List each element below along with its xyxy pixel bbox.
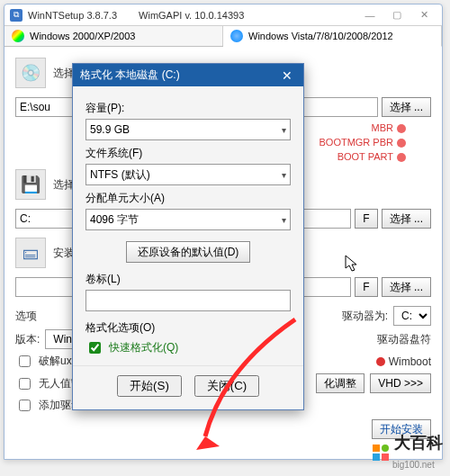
dialog-titlebar: 格式化 本地磁盘 (C:) ✕: [73, 64, 303, 86]
volume-label-input[interactable]: [86, 290, 291, 311]
wimgapi-version: WimGAPI v. 10.0.14393: [139, 10, 244, 21]
tab-label: Windows 2000/XP/2003: [30, 31, 135, 41]
allocation-unit-select[interactable]: 4096 字节 ▾: [86, 209, 291, 230]
format-button-2[interactable]: F: [355, 277, 377, 297]
installdrive-select-button[interactable]: 选择 ...: [382, 277, 431, 297]
bootdrive-select-button[interactable]: 选择 ...: [382, 209, 431, 229]
chevron-down-icon: ▾: [282, 125, 286, 135]
dialog-close-button[interactable]: ✕: [278, 68, 296, 83]
allocation-unit-label: 分配单元大小(A): [86, 191, 291, 206]
minimize-button[interactable]: —: [357, 8, 382, 22]
titlebar: ⧉ WinNTSetup 3.8.7.3 WimGAPI v. 10.0.143…: [4, 4, 442, 26]
driver-map-label: 驱动器为:: [342, 309, 388, 324]
floppy-icon: 💾: [15, 169, 46, 200]
chevron-down-icon: ▾: [282, 215, 286, 225]
restore-defaults-button[interactable]: 还原设备的默认值(D): [126, 241, 251, 263]
tab-win-vista-7-8-10[interactable]: Windows Vista/7/8/10/2008/2012: [223, 26, 442, 47]
windows-xp-flag-icon: [12, 30, 24, 42]
led-icon: [397, 153, 406, 162]
led-icon: [397, 139, 406, 148]
hdd-icon: 🖴: [15, 238, 46, 268]
vhd-button[interactable]: VHD >>>: [370, 373, 431, 393]
format-dialog: 格式化 本地磁盘 (C:) ✕ 容量(P): 59.9 GB ▾ 文件系统(F)…: [72, 63, 304, 410]
status-bootpart: BOOT PART: [338, 151, 393, 162]
close-window-button[interactable]: ✕: [411, 8, 436, 22]
wimboot-led-icon: [376, 357, 385, 366]
driver-disk-label: 驱动器盘符: [377, 332, 431, 347]
driver-letter-select[interactable]: C:: [393, 306, 431, 326]
wimboot-label: Wimboot: [389, 355, 431, 368]
cd-box-icon: 💿: [15, 58, 46, 88]
source-select-button[interactable]: 选择 ...: [382, 97, 431, 117]
filesystem-label: 文件系统(F): [86, 146, 291, 161]
add-driver-checkbox[interactable]: [19, 400, 31, 411]
chevron-down-icon: ▾: [282, 170, 286, 180]
tab-label: Windows Vista/7/8/10/2008/2012: [248, 31, 393, 41]
unattended-checkbox[interactable]: [19, 378, 31, 390]
format-options-label: 格式化选项(O): [86, 320, 291, 336]
quick-format-checkbox[interactable]: [89, 342, 101, 354]
maximize-button[interactable]: ▢: [384, 8, 410, 22]
crack-uxtheme-checkbox[interactable]: [19, 355, 31, 367]
watermark-name: 大百科: [394, 434, 443, 452]
filesystem-value: NTFS (默认): [90, 167, 150, 183]
close-dialog-button[interactable]: 关闭(C): [194, 375, 259, 397]
app-title: WinNTSetup 3.8.7.3: [28, 10, 117, 21]
volume-label-caption: 卷标(L): [86, 272, 291, 287]
quick-format-label: 快速格式化(Q): [109, 340, 178, 355]
start-format-button[interactable]: 开始(S): [117, 375, 182, 397]
version-label: 版本:: [15, 332, 40, 347]
tab-win2000-xp-2003[interactable]: Windows 2000/XP/2003: [4, 26, 223, 46]
allocation-unit-value: 4096 字节: [90, 212, 139, 228]
tuning-button[interactable]: 化调整: [316, 373, 364, 393]
capacity-select[interactable]: 59.9 GB ▾: [86, 119, 291, 140]
capacity-label: 容量(P):: [86, 101, 291, 116]
status-mbr: MBR: [372, 122, 393, 133]
windows-vista-orb-icon: [230, 30, 243, 42]
os-tabs: Windows 2000/XP/2003 Windows Vista/7/8/1…: [4, 26, 442, 47]
options-heading: 选项: [15, 309, 37, 324]
watermark: 大百科 big100.net: [373, 432, 443, 472]
app-icon: ⧉: [10, 9, 22, 22]
watermark-logo-icon: [373, 445, 389, 461]
dialog-title: 格式化 本地磁盘 (C:): [80, 67, 180, 83]
watermark-domain: big100.net: [392, 460, 435, 470]
led-icon: [397, 124, 406, 133]
filesystem-select[interactable]: NTFS (默认) ▾: [86, 164, 291, 185]
format-button[interactable]: F: [355, 209, 377, 229]
status-bootmgr: BOOTMGR PBR: [319, 137, 393, 148]
capacity-value: 59.9 GB: [90, 123, 130, 136]
